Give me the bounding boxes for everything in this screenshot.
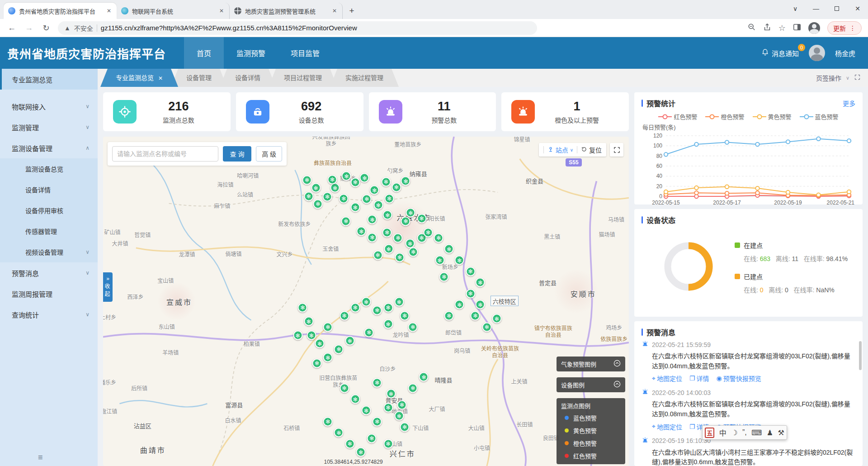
monitor-point-marker[interactable]: ✻ <box>466 289 475 298</box>
browser-tab[interactable]: 物联网平台系统✕ <box>117 3 230 19</box>
monitor-point-marker[interactable]: ✻ <box>408 322 418 332</box>
sidebar-item[interactable]: 监测管理∨ <box>0 117 98 138</box>
map[interactable]: 六盘水市安顺市宣威市曲靖市兴仁市纳雍县织金县普定县六枝特区晴隆县普安县富源县沾益… <box>103 137 629 466</box>
monitor-point-marker[interactable]: ✻ <box>373 200 383 210</box>
browser-tab[interactable]: 贵州省地质灾害防治指挥平台✕ <box>4 3 117 19</box>
monitor-point-marker[interactable]: ✻ <box>345 439 354 448</box>
legend-item[interactable]: 红色预警 <box>658 112 697 121</box>
monitor-point-marker[interactable]: ✻ <box>327 175 337 184</box>
monitor-point-marker[interactable]: ✻ <box>323 417 333 426</box>
monitor-point-marker[interactable]: ✻ <box>293 331 302 340</box>
monitor-point-marker[interactable]: ✻ <box>342 171 351 181</box>
map-locate-link[interactable]: ⌖地图定位 <box>652 374 682 383</box>
maximize-button[interactable] <box>826 5 847 12</box>
monitor-point-marker[interactable]: ✻ <box>383 210 392 220</box>
legend-item[interactable]: 蓝色预警 <box>800 112 839 121</box>
back-button[interactable]: ← <box>6 23 17 33</box>
tab-actions[interactable]: 页签操作 ∨ <box>816 69 868 87</box>
monitor-point-marker[interactable]: ✻ <box>330 183 340 193</box>
search-button[interactable]: 查 询 <box>223 146 252 162</box>
page-tab[interactable]: 专业监测总览✕ <box>100 69 178 87</box>
monitor-point-marker[interactable]: ✻ <box>395 252 405 262</box>
advanced-search-button[interactable]: 高 级 <box>256 146 282 162</box>
collapse-panel-tab[interactable]: » 收起 <box>103 272 113 302</box>
browser-menu-icon[interactable]: ⋮ <box>849 24 856 32</box>
sidebar-item[interactable]: 监测设备管理∧ <box>0 138 98 158</box>
monitor-point-marker[interactable]: ✻ <box>360 173 369 183</box>
monitor-point-marker[interactable]: ✻ <box>383 319 393 329</box>
monitor-point-marker[interactable]: ✻ <box>367 433 377 443</box>
sidebar-subitem[interactable]: 监测设备总览 <box>0 158 98 179</box>
monitor-point-marker[interactable]: ✻ <box>298 303 307 312</box>
monitor-point-marker[interactable]: ✻ <box>400 311 409 320</box>
sidebar-collapse-icon[interactable]: ≡ <box>38 453 43 462</box>
nav-item[interactable]: 首页 <box>184 37 224 69</box>
more-link[interactable]: 更多 <box>843 99 855 108</box>
monitor-point-marker[interactable]: ✻ <box>362 297 371 307</box>
reset-button[interactable]: 复位 <box>581 145 602 154</box>
monitor-point-marker[interactable]: ✻ <box>455 256 464 265</box>
monitor-point-marker[interactable]: ✻ <box>362 406 371 415</box>
share-icon[interactable] <box>763 23 771 33</box>
tab-search-icon[interactable]: ∨ <box>785 5 806 12</box>
collapse-circle-icon[interactable] <box>613 380 621 389</box>
monitor-point-marker[interactable]: ✻ <box>393 233 403 243</box>
detail-link[interactable]: ❐详情 <box>689 374 709 383</box>
monitor-point-marker[interactable]: ✻ <box>401 216 410 226</box>
site-dropdown[interactable]: 站点 ∨ <box>547 145 573 154</box>
monitor-point-marker[interactable]: ✻ <box>439 272 449 281</box>
monitor-point-marker[interactable]: ✻ <box>356 447 365 457</box>
notifications-button[interactable]: 消息通知 0 <box>761 48 799 58</box>
monitor-point-marker[interactable]: ✻ <box>370 185 379 195</box>
monitor-point-marker[interactable]: ✻ <box>471 311 480 320</box>
page-tab[interactable]: 项目过程管理 <box>269 69 337 87</box>
monitor-point-marker[interactable]: ✻ <box>409 247 418 257</box>
sidebar-item[interactable]: 预警消息∨ <box>0 262 98 283</box>
box-select-button[interactable] <box>610 143 623 157</box>
monitor-point-marker[interactable]: ✻ <box>345 336 354 346</box>
monitor-point-marker[interactable]: ✻ <box>434 233 443 243</box>
monitor-point-marker[interactable]: ✻ <box>368 233 377 242</box>
monitor-point-marker[interactable]: ✻ <box>401 176 410 186</box>
ime-item[interactable]: ⚒ <box>778 428 784 437</box>
sidebar-subitem[interactable]: 设备停用审核 <box>0 200 98 221</box>
ime-item[interactable]: 五 <box>705 428 714 438</box>
address-bar[interactable]: ▲ 不安全 gz1155.cn/xzlframe?http%3A%2F%2Fww… <box>58 21 537 35</box>
sidebar-subitem[interactable]: 设备详情 <box>0 179 98 200</box>
page-tab[interactable]: 实施过程管理 <box>330 69 399 87</box>
minimize-button[interactable]: — <box>806 5 826 12</box>
ime-item[interactable]: ☽ <box>731 428 737 437</box>
forward-button[interactable]: → <box>24 23 34 33</box>
monitor-point-marker[interactable]: ✻ <box>307 331 316 340</box>
ime-toolbar[interactable]: 五中☽”,⌨♟⚒ <box>702 425 787 440</box>
monitor-point-marker[interactable]: ✻ <box>444 311 454 320</box>
monitor-point-marker[interactable]: ✻ <box>385 194 394 203</box>
browser-tab[interactable]: 地质灾害监测预警管理系统✕ <box>230 3 343 19</box>
monitor-point-marker[interactable]: ✻ <box>323 322 333 332</box>
monitor-point-marker[interactable]: ✻ <box>394 297 404 307</box>
collapse-circle-icon[interactable] <box>613 360 621 368</box>
sidebar-item[interactable]: 查询统计∨ <box>0 304 98 325</box>
user-avatar[interactable] <box>809 45 825 61</box>
monitor-point-marker[interactable]: ✻ <box>315 339 325 348</box>
monitor-point-marker[interactable]: ✻ <box>383 303 393 312</box>
monitor-point-marker[interactable]: ✻ <box>406 208 415 218</box>
close-window-button[interactable]: ✕ <box>847 5 868 12</box>
monitor-point-marker[interactable]: ✻ <box>350 177 360 187</box>
monitor-point-marker[interactable]: ✻ <box>339 194 349 203</box>
monitor-point-marker[interactable]: ✻ <box>373 417 382 426</box>
nav-item[interactable]: 项目监管 <box>278 37 332 69</box>
monitor-point-marker[interactable]: ✻ <box>302 175 312 185</box>
monitor-point-marker[interactable]: ✻ <box>334 428 344 437</box>
monitor-point-marker[interactable]: ✻ <box>466 266 475 276</box>
monitor-point-marker[interactable]: ✻ <box>397 400 406 409</box>
monitor-point-marker[interactable]: ✻ <box>373 250 382 260</box>
scrollbar-thumb[interactable] <box>859 341 862 370</box>
monitor-point-marker[interactable]: ✻ <box>304 191 313 201</box>
monitor-point-marker[interactable]: ✻ <box>341 216 351 226</box>
reload-button[interactable]: ↻ <box>41 23 52 33</box>
fullscreen-icon[interactable] <box>854 74 861 82</box>
monitor-point-marker[interactable]: ✻ <box>384 244 393 254</box>
monitor-point-marker[interactable]: ✻ <box>340 383 349 393</box>
monitor-point-marker[interactable]: ✻ <box>304 317 313 326</box>
